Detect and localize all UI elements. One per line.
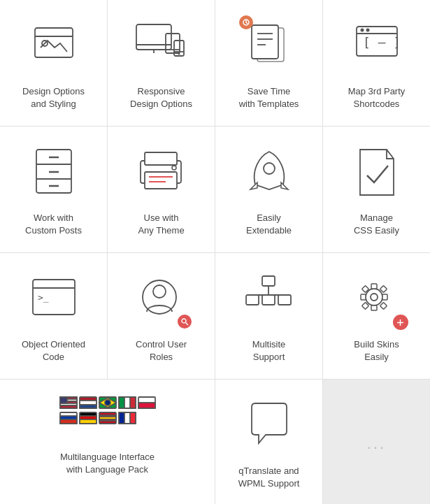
responsive-label: Responsive Design Options: [130, 85, 192, 110]
multisite-icon: [238, 267, 301, 330]
svg-rect-80: [130, 397, 136, 408]
svg-text:>_: >_: [38, 292, 49, 303]
svg-line-19: [246, 22, 248, 24]
svg-rect-0: [35, 28, 73, 57]
feature-grid: Design Options and Styling Responsive De…: [0, 0, 430, 504]
svg-point-54: [371, 294, 378, 301]
roles-icon: [130, 267, 193, 330]
cell-extendable[interactable]: Easily Extendable: [215, 127, 322, 252]
cell-customposts[interactable]: Work with Custom Posts: [0, 127, 107, 252]
theme-label: Use with Any Theme: [138, 212, 184, 237]
cell-shortcodes[interactable]: [ — ] Map 3rd Party Shortcodes: [323, 0, 430, 126]
customposts-label: Work with Custom Posts: [25, 212, 82, 237]
shortcodes-icon: [ — ]: [345, 14, 408, 77]
cell-responsive[interactable]: Responsive Design Options: [108, 0, 215, 126]
svg-rect-58: [382, 294, 387, 300]
cell-skins[interactable]: Build Skins Easily: [323, 253, 430, 379]
extendable-label: Easily Extendable: [246, 212, 292, 237]
responsive-icon: [130, 14, 193, 77]
oop-icon: >_: [22, 267, 85, 330]
svg-rect-94: [119, 412, 124, 424]
svg-rect-92: [99, 419, 116, 421]
templates-icon: [238, 14, 301, 77]
svg-point-43: [182, 319, 186, 323]
design-options-label: Design Options and Styling: [22, 85, 85, 110]
svg-rect-57: [361, 294, 366, 300]
cell-multilanguage[interactable]: Multilanguage Interface with Language Pa…: [0, 380, 215, 504]
cell-css[interactable]: Manage CSS Easily: [323, 127, 430, 252]
svg-rect-33: [145, 172, 177, 189]
svg-point-42: [153, 285, 166, 298]
svg-rect-62: [380, 302, 387, 309]
cell-templates[interactable]: Save Time with Templates: [215, 0, 322, 126]
roles-badge: [178, 315, 192, 329]
svg-rect-88: [80, 419, 96, 424]
svg-rect-91: [99, 415, 116, 417]
svg-rect-13: [252, 25, 278, 59]
theme-icon: [130, 141, 193, 203]
svg-text:[  —  ]: [ — ]: [363, 35, 401, 50]
cell-empty: ...: [323, 380, 430, 504]
svg-point-22: [360, 29, 364, 32]
svg-line-44: [185, 323, 188, 326]
svg-rect-73: [80, 401, 96, 405]
cell-qtranslate[interactable]: qTranslate and WPML Support: [215, 380, 322, 504]
skins-icon: [345, 267, 408, 330]
design-options-icon: [22, 14, 85, 77]
svg-rect-45: [262, 276, 275, 286]
svg-point-77: [105, 400, 110, 405]
customposts-icon: [22, 141, 85, 203]
css-icon: [345, 141, 408, 203]
ellipsis-dots: ...: [367, 435, 386, 453]
svg-rect-56: [371, 305, 377, 310]
template-badge: [239, 15, 253, 29]
cell-theme[interactable]: Use with Any Theme: [108, 127, 215, 252]
qtranslate-label: qTranslate and WPML Support: [238, 465, 300, 490]
templates-label: Save Time with Templates: [239, 85, 299, 110]
shortcodes-label: Map 3rd Party Shortcodes: [348, 85, 406, 110]
svg-rect-74: [80, 405, 96, 408]
svg-point-23: [366, 29, 369, 32]
cell-roles[interactable]: Control User Roles: [108, 253, 215, 379]
svg-point-37: [264, 163, 275, 174]
svg-rect-32: [145, 152, 177, 165]
cell-multisite[interactable]: Multisite Support: [215, 253, 322, 379]
svg-rect-50: [278, 295, 291, 305]
cell-design-options[interactable]: Design Options and Styling: [0, 0, 107, 126]
speech-icon: [238, 394, 301, 456]
svg-rect-55: [371, 284, 377, 289]
cell-oop[interactable]: >_ Object Oriented Code: [0, 253, 107, 379]
flags-icon: [59, 394, 157, 442]
svg-rect-71: [60, 397, 67, 403]
svg-point-11: [178, 53, 180, 55]
skins-label: Build Skins Easily: [354, 338, 399, 363]
rocket-icon: [238, 141, 301, 203]
svg-rect-48: [246, 295, 259, 305]
svg-rect-79: [119, 397, 124, 408]
svg-rect-82: [138, 403, 155, 408]
svg-rect-95: [130, 412, 136, 424]
svg-rect-49: [262, 295, 275, 305]
svg-rect-70: [60, 405, 77, 408]
svg-rect-85: [60, 419, 77, 424]
roles-label: Control User Roles: [136, 338, 187, 363]
skins-badge: [393, 315, 408, 330]
oop-label: Object Oriented Code: [22, 338, 85, 363]
multisite-label: Multisite Support: [252, 338, 286, 363]
css-label: Manage CSS Easily: [354, 212, 399, 237]
multilanguage-label: Multilanguage Interface with Language Pa…: [60, 451, 155, 476]
